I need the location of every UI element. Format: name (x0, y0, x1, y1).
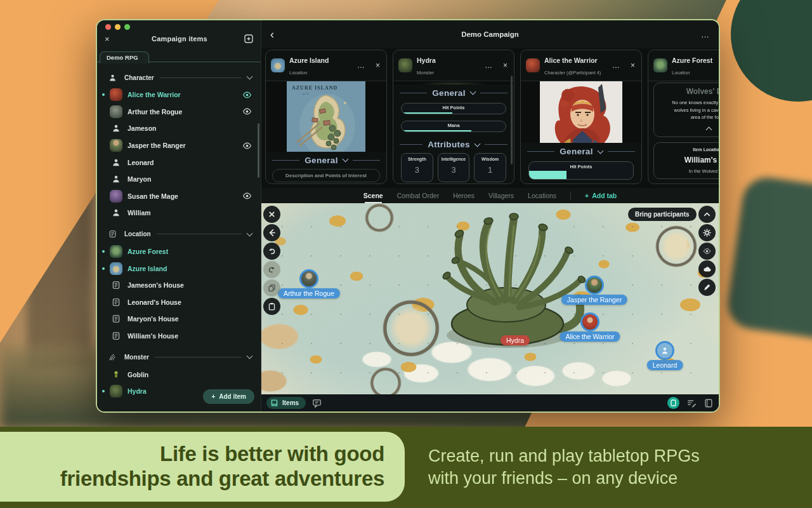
sidebar-item-arthur[interactable]: Arthur the Rogue (97, 104, 261, 121)
draw-pencil-button[interactable] (698, 279, 716, 296)
person-icon (110, 173, 122, 185)
collapse-chevron-icon[interactable] (658, 121, 720, 134)
divider-line (160, 77, 242, 78)
tab-heroes[interactable]: Heroes (453, 192, 475, 199)
attributes-section-divider[interactable]: Attributes (393, 136, 514, 152)
close-window-button[interactable] (105, 24, 111, 30)
token-label-alice[interactable]: Alice the Warrior (560, 331, 620, 342)
description-field[interactable]: Description and Points of Interest (272, 169, 380, 182)
general-section-divider[interactable]: General (521, 143, 641, 159)
settings-gear-button[interactable] (698, 224, 716, 241)
copy-button[interactable] (263, 279, 280, 297)
sidebar-item-jamesons-house[interactable]: Jameson's House (97, 277, 261, 294)
sidebar-scrollbar[interactable] (258, 123, 259, 178)
visibility-eye-icon[interactable] (242, 191, 252, 201)
sidebar-item-jameson[interactable]: Jameson (97, 120, 261, 137)
visibility-eye-icon[interactable] (242, 141, 252, 150)
sidebar-item-william[interactable]: William (97, 204, 261, 222)
close-icon[interactable]: × (105, 34, 115, 44)
tab-scene[interactable]: Scene (363, 192, 383, 199)
point-of-interest-box[interactable]: Wolves' Den No one knows exactly how, bu… (653, 83, 720, 137)
visibility-eye-button[interactable] (698, 243, 716, 260)
section-monster[interactable]: Monster (97, 348, 261, 366)
minimize-window-button[interactable] (115, 24, 121, 30)
paste-clipboard-button[interactable] (263, 298, 280, 315)
location-map-image: AZURE ISLAND est. 14 (266, 81, 386, 152)
item-location-box[interactable]: Item Locations William's Axe In the Wolv… (653, 142, 720, 179)
token-jasper[interactable] (585, 276, 604, 295)
token-leonard[interactable] (655, 341, 674, 360)
person-icon (110, 156, 122, 169)
tab-locations[interactable]: Locations (528, 192, 556, 199)
card-scrollbar[interactable] (511, 76, 513, 164)
general-section-divider[interactable]: General (266, 152, 386, 168)
sidebar-item-goblin[interactable]: Goblin (97, 366, 261, 383)
maximize-window-button[interactable] (124, 24, 130, 30)
sidebar-item-alice[interactable]: Alice the Warrior (97, 86, 261, 104)
token-label-leonard[interactable]: Leonard (647, 360, 683, 370)
plus-icon: + (211, 393, 215, 400)
attribute-wisdom[interactable]: Wisdom 1 (474, 153, 506, 182)
scene-tab-bar: Scene Combat Order Heroes Villagers Loca… (261, 188, 719, 203)
sidebar-item-azure-island[interactable]: Azure Island (97, 260, 261, 277)
journal-icon[interactable] (704, 398, 714, 408)
hit-points-stat[interactable]: Hit Points 22 / 45 (401, 103, 506, 114)
section-character[interactable]: Character (97, 69, 261, 86)
card-menu-icon[interactable]: … (357, 61, 365, 70)
token-label-arthur[interactable]: Arthur the Rogue (278, 288, 340, 298)
token-arthur[interactable] (299, 269, 318, 288)
sidebar-item-leonards-house[interactable]: Leonard's House (97, 294, 261, 311)
sidebar-item-azure-forest[interactable]: Azure Forest (97, 243, 261, 260)
close-scene-button[interactable] (263, 206, 280, 223)
plus-icon: + (585, 192, 589, 199)
tab-separator (570, 192, 571, 199)
visibility-eye-icon[interactable] (242, 90, 252, 100)
card-alice-the-warrior: Alice the Warrior Character (@Participan… (520, 50, 642, 184)
add-item-button[interactable]: + Add item (203, 389, 254, 404)
hydra-monster-artwork[interactable] (425, 207, 591, 352)
scene-map-canvas[interactable]: Bring participants Arthur the Rogue Jasp… (261, 203, 719, 394)
attribute-strength[interactable]: Strength 3 (401, 153, 433, 182)
items-section-divider[interactable]: Items (648, 183, 720, 184)
banner-subtext-panel: Create, run and play tabletop RPGs with … (428, 427, 700, 508)
items-button[interactable]: Items (266, 397, 306, 409)
cloud-button[interactable] (698, 260, 716, 277)
collapse-toolbar-button[interactable] (698, 206, 716, 223)
sidebar-item-leonard[interactable]: Leonard (97, 154, 261, 171)
token-alice[interactable] (580, 312, 599, 331)
general-section-divider[interactable]: General (393, 84, 514, 100)
card-close-icon[interactable]: × (631, 61, 635, 70)
character-card-toggle-button[interactable] (667, 397, 679, 409)
card-close-icon[interactable]: × (503, 61, 508, 70)
sidebar-item-susan[interactable]: Susan the Mage (97, 188, 261, 205)
tab-combat-order[interactable]: Combat Order (397, 192, 440, 199)
back-button[interactable] (263, 224, 280, 241)
overflow-menu-icon[interactable]: … (697, 30, 710, 39)
visibility-eye-icon[interactable] (242, 107, 252, 116)
hit-points-stat[interactable]: Hit Points (528, 161, 634, 180)
redo-button[interactable] (263, 261, 280, 278)
tab-villagers[interactable]: Villagers (488, 192, 514, 199)
back-icon[interactable]: ‹ (270, 29, 283, 40)
card-menu-icon[interactable]: … (485, 61, 493, 70)
chat-icon[interactable] (312, 398, 322, 408)
sidebar-item-maryon[interactable]: Maryon (97, 171, 261, 188)
scroll-icon (110, 312, 122, 325)
bring-participants-button[interactable]: Bring participants (628, 208, 697, 221)
sidebar-item-williams-house[interactable]: William's House (97, 328, 261, 345)
sidebar-item-jasper[interactable]: Jasper the Ranger (97, 137, 261, 154)
mana-stat[interactable]: Mana 27 / 40 (401, 121, 506, 132)
card-menu-icon[interactable]: … (612, 61, 620, 70)
token-label-jasper[interactable]: Jasper the Ranger (561, 295, 627, 305)
add-tab-button[interactable]: + Add tab (585, 192, 617, 199)
card-close-icon[interactable]: × (376, 61, 380, 70)
chevron-down-icon (342, 156, 348, 163)
notes-edit-icon[interactable] (686, 398, 697, 408)
scroll-icon (110, 330, 122, 342)
attribute-intelligence[interactable]: Intelligence 3 (438, 153, 470, 182)
add-in-box-icon[interactable] (244, 34, 253, 43)
section-location[interactable]: Location (97, 225, 261, 243)
sidebar-item-maryons-house[interactable]: Maryon's House (97, 311, 261, 328)
token-label-hydra[interactable]: Hydra (501, 335, 530, 345)
undo-button[interactable] (263, 243, 280, 260)
